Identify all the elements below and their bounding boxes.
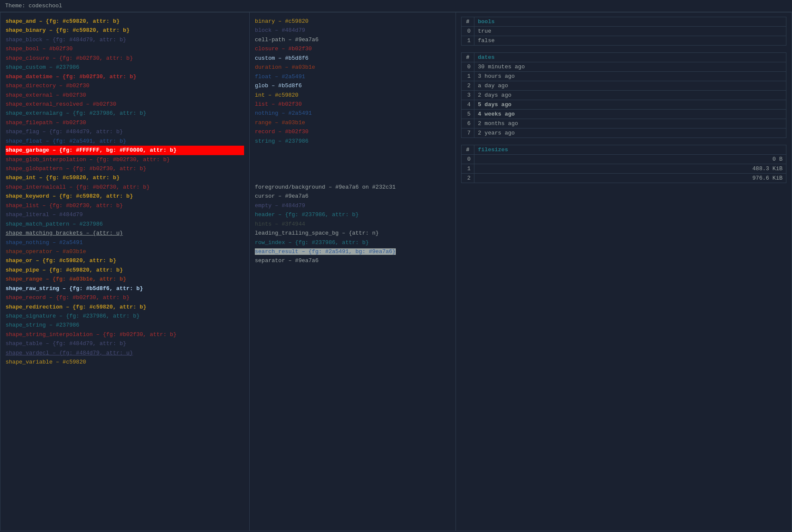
row-index: 3 xyxy=(462,91,474,100)
mid-line: block – #484d79 xyxy=(255,26,450,35)
row-value: 488.3 KiB xyxy=(474,164,786,174)
left-line: shape_signature – {fg: #237986, attr: b} xyxy=(6,312,244,321)
row-value: 2 months ago xyxy=(474,119,786,128)
table-row: 1false xyxy=(462,36,786,46)
row-index: 1 xyxy=(462,36,474,46)
mid-line: float – #2a5491 xyxy=(255,72,450,81)
table-row: 72 years ago xyxy=(462,128,786,138)
dates-index-header: # xyxy=(462,53,474,62)
mid-line: empty – #484d79 xyxy=(255,201,450,210)
mid-line xyxy=(255,164,450,173)
mid-line: nothing – #2a5491 xyxy=(255,109,450,118)
left-line: shape_redirection – {fg: #c59820, attr: … xyxy=(6,303,244,312)
left-line: shape_bool – #b02f30 xyxy=(6,44,244,53)
table-row: 030 minutes ago xyxy=(462,62,786,72)
left-line: shape_directory – #b02f30 xyxy=(6,81,244,90)
mid-line xyxy=(255,155,450,164)
mid-line: foreground/background – #9ea7a6 on #232c… xyxy=(255,183,450,192)
left-line: shape_range – {fg: #a03b1e, attr: b} xyxy=(6,275,244,284)
mid-line: duration – #a03b1e xyxy=(255,63,450,72)
row-value: 3 hours ago xyxy=(474,72,786,81)
left-line: shape_custom – #237986 xyxy=(6,63,244,72)
left-line: shape_and – {fg: #c59820, attr: b} xyxy=(6,17,244,26)
row-index: 0 xyxy=(462,27,474,36)
row-index: 1 xyxy=(462,72,474,81)
mid-line: cell-path – #9ea7a6 xyxy=(255,35,450,44)
mid-line: binary – #c59820 xyxy=(255,17,450,26)
left-line: shape_raw_string – {fg: #b5d8f6, attr: b… xyxy=(6,284,244,293)
left-line: shape_globpattern – {fg: #b02f30, attr: … xyxy=(6,164,244,173)
row-index: 6 xyxy=(462,119,474,128)
left-line: shape_closure – {fg: #b02f30, attr: b} xyxy=(6,54,244,63)
left-line: shape_vardecl – {fg: #484d79, attr: u} xyxy=(6,349,244,358)
table-row: 00 B xyxy=(462,155,786,164)
left-column: shape_and – {fg: #c59820, attr: b}shape_… xyxy=(0,12,250,531)
mid-line: range – #a03b1e xyxy=(255,118,450,127)
mid-line: separator – #9ea7a6 xyxy=(255,256,450,265)
mid-line: record – #b02f30 xyxy=(255,127,450,136)
mid-line: string – #237986 xyxy=(255,137,450,146)
left-line: shape_variable – #c59820 xyxy=(6,358,244,367)
left-line: shape_external_resolved – #b02f30 xyxy=(6,100,244,109)
row-value: 30 minutes ago xyxy=(474,62,786,72)
mid-line: hints – #3f4944 xyxy=(255,220,450,229)
row-value: a day ago xyxy=(474,81,786,91)
mid-line xyxy=(255,173,450,182)
left-line: shape_list – {fg: #b02f30, attr: b} xyxy=(6,201,244,210)
theme-bar: Theme: codeschool xyxy=(0,0,792,12)
left-line: shape_flag – {fg: #484d79, attr: b} xyxy=(6,127,244,136)
row-index: 0 xyxy=(462,62,474,72)
row-index: 1 xyxy=(462,164,474,174)
row-value: 976.6 KiB xyxy=(474,174,786,183)
left-line: shape_external – #b02f30 xyxy=(6,91,244,100)
filesizes-table: # filesizes 00 B1488.3 KiB2976.6 KiB xyxy=(461,145,786,183)
left-line: shape_glob_interpolation – {fg: #b02f30,… xyxy=(6,155,244,164)
bools-index-header: # xyxy=(462,17,474,27)
left-line: shape_block – {fg: #484d79, attr: b} xyxy=(6,35,244,44)
mid-line: custom – #b5d8f6 xyxy=(255,54,450,63)
left-line: shape_filepath – #b02f30 xyxy=(6,118,244,127)
mid-line: closure – #b02f30 xyxy=(255,44,450,53)
bools-table: # bools 0true1false xyxy=(461,17,786,46)
bools-header: bools xyxy=(474,17,786,27)
row-value: false xyxy=(474,36,786,46)
left-line: shape_operator – #a03b1e xyxy=(6,247,244,256)
left-line: shape_garbage – {fg: #FFFFFF, bg: #FF000… xyxy=(6,146,244,155)
filesizes-header: filesizes xyxy=(474,145,786,155)
left-line: shape_match_pattern – #237986 xyxy=(6,220,244,229)
left-line: shape_nothing – #2a5491 xyxy=(6,238,244,247)
left-line: shape_float – {fg: #2a5491, attr: b} xyxy=(6,137,244,146)
table-row: 32 days ago xyxy=(462,91,786,100)
mid-line: leading_trailing_space_bg – {attr: n} xyxy=(255,229,450,238)
table-row: 54 weeks ago xyxy=(462,110,786,119)
left-line: shape_externalarg – {fg: #237986, attr: … xyxy=(6,109,244,118)
table-row: 62 months ago xyxy=(462,119,786,128)
left-line: shape_keyword – {fg: #c59820, attr: b} xyxy=(6,192,244,201)
left-line: shape_int – {fg: #c59820, attr: b} xyxy=(6,173,244,182)
left-line: shape_internalcall – {fg: #b02f30, attr:… xyxy=(6,183,244,192)
row-index: 2 xyxy=(462,174,474,183)
left-line: shape_matching_brackets – {attr: u} xyxy=(6,229,244,238)
dates-table: # dates 030 minutes ago13 hours ago2a da… xyxy=(461,52,786,138)
row-index: 5 xyxy=(462,110,474,119)
mid-line: cursor – #9ea7a6 xyxy=(255,192,450,201)
mid-column: binary – #c59820block – #484d79cell-path… xyxy=(250,12,456,531)
mid-line: glob – #b5d8f6 xyxy=(255,81,450,90)
left-line: shape_literal – #484d79 xyxy=(6,210,244,219)
table-row: 45 days ago xyxy=(462,100,786,110)
left-line: shape_record – {fg: #b02f30, attr: b} xyxy=(6,293,244,302)
right-column: # bools 0true1false # dates 030 minutes … xyxy=(456,12,792,531)
table-row: 0true xyxy=(462,27,786,36)
row-value: 5 days ago xyxy=(474,100,786,110)
row-index: 2 xyxy=(462,81,474,91)
left-line: shape_string – #237986 xyxy=(6,321,244,330)
left-line: shape_binary – {fg: #c59820, attr: b} xyxy=(6,26,244,35)
row-index: 7 xyxy=(462,128,474,138)
left-line: shape_string_interpolation – {fg: #b02f3… xyxy=(6,330,244,339)
mid-line: search_result – {fg: #2a5491, bg: #9ea7a… xyxy=(255,247,450,256)
row-value: 0 B xyxy=(474,155,786,164)
mid-line: list – #b02f30 xyxy=(255,100,450,109)
row-value: 4 weeks ago xyxy=(474,110,786,119)
mid-line: int – #c59820 xyxy=(255,91,450,100)
filesizes-index-header: # xyxy=(462,145,474,155)
